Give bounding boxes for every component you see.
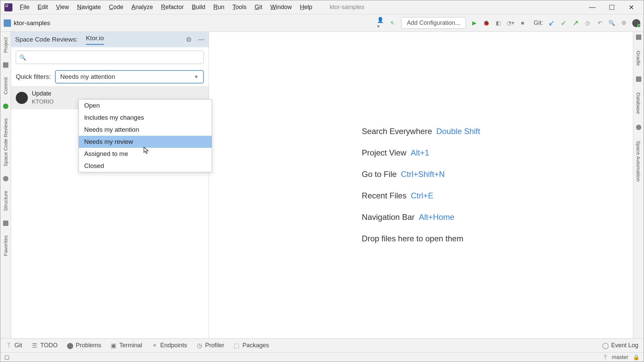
app-icon (4, 3, 12, 11)
minimize-panel-icon[interactable]: — (198, 36, 205, 44)
menu-refactor[interactable]: Refactor (157, 2, 188, 12)
run-configuration-select[interactable]: Add Configuration... (401, 17, 466, 29)
warning-icon: ⬤ (67, 343, 73, 349)
breadcrumb-project[interactable]: ktor-samples (14, 19, 50, 27)
speech-icon: ◯ (602, 343, 608, 349)
gauge-icon: ◷ (197, 343, 203, 349)
bottom-tool-bar: ᛘGit ☰TODO ⬤Problems ▣Terminal ⌖Endpoint… (0, 338, 644, 352)
git-push-icon[interactable]: ↗ (572, 19, 579, 27)
run-icon[interactable]: ▶ (471, 19, 478, 27)
history-icon[interactable]: ◷ (584, 19, 591, 27)
list-icon: ☰ (32, 343, 38, 349)
menu-build[interactable]: Build (188, 2, 209, 12)
user-avatar[interactable] (632, 19, 640, 27)
close-button[interactable]: ✕ (628, 4, 634, 10)
branch-icon: ᛘ (6, 343, 12, 349)
panel-header: Space Code Reviews: Ktor.io ⚙ — (11, 32, 209, 47)
welcome-shortcuts: Search Everywhere Double Shift Project V… (362, 127, 480, 243)
rail-gradle[interactable]: Gradle (636, 48, 641, 68)
profile-icon[interactable]: ◔▾ (507, 19, 514, 27)
folder-icon (3, 62, 8, 68)
lock-icon[interactable]: 🔒 (633, 354, 640, 360)
stop-icon[interactable]: ■ (519, 19, 526, 27)
search-field[interactable] (28, 54, 200, 61)
git-branch-name[interactable]: master (612, 354, 628, 360)
database-icon (636, 76, 641, 82)
gear-icon[interactable]: ⚙ (186, 36, 192, 44)
rail-database[interactable]: Database (636, 90, 641, 117)
coverage-icon[interactable]: ◧ (495, 19, 502, 27)
structure-icon (3, 221, 8, 226)
rail-commit[interactable]: Commit (3, 74, 8, 97)
menu-help[interactable]: Help (296, 2, 316, 12)
bb-todo[interactable]: ☰TODO (32, 342, 58, 349)
rail-space-automation[interactable]: Space Automation (636, 138, 641, 184)
quick-filters-label: Quick filters: (16, 73, 51, 80)
search-icon: 🔍 (19, 54, 26, 61)
bb-terminal[interactable]: ▣Terminal (111, 342, 142, 349)
filter-selected-value: Needs my attention (60, 73, 115, 80)
search-icon[interactable]: 🔍 (608, 19, 615, 27)
filter-option-needs-review[interactable]: Needs my review (79, 136, 212, 148)
bb-packages[interactable]: ⬚Packages (234, 342, 269, 349)
status-indicator-icon: ▢ (4, 354, 9, 360)
menu-view[interactable]: View (52, 2, 73, 12)
filter-option-includes-changes[interactable]: Includes my changes (79, 112, 212, 124)
debug-icon[interactable]: 🐞 (483, 19, 490, 27)
git-commit-icon[interactable]: ✓ (560, 19, 567, 27)
bb-problems[interactable]: ⬤Problems (67, 342, 101, 349)
right-tool-rail: Gradle Database Space Automation (633, 32, 644, 338)
review-item-subtitle: KTORIO (32, 99, 54, 105)
globe-icon: ⌖ (152, 343, 158, 349)
chevron-down-icon: ▼ (194, 74, 199, 79)
rail-space-code-reviews[interactable]: Space Code Reviews (3, 116, 8, 169)
editor-area[interactable]: Search Everywhere Double Shift Project V… (209, 32, 633, 338)
filter-option-closed[interactable]: Closed (79, 160, 212, 172)
filter-option-open[interactable]: Open (79, 100, 212, 112)
maximize-button[interactable]: ☐ (609, 4, 615, 10)
hammer-icon[interactable]: ↖ (389, 19, 396, 27)
menu-edit[interactable]: Edit (34, 2, 52, 12)
review-author-avatar (16, 92, 28, 104)
gradle-icon (636, 35, 641, 40)
settings-icon[interactable]: ⚙ (620, 19, 628, 27)
git-pull-icon[interactable]: ↙ (548, 19, 555, 27)
bb-endpoints[interactable]: ⌖Endpoints (152, 342, 187, 349)
revert-icon[interactable]: ↶ (596, 19, 603, 27)
panel-tab-ktor[interactable]: Ktor.io (86, 35, 104, 45)
panel-title: Space Code Reviews: (15, 36, 78, 43)
rail-favorites[interactable]: Favorites (3, 233, 8, 259)
menu-window[interactable]: Window (266, 2, 296, 12)
filter-row: Quick filters: Needs my attention ▼ (11, 67, 209, 86)
shortcut-go-to-file: Go to File Ctrl+Shift+N (362, 170, 480, 179)
menu-navigate[interactable]: Navigate (73, 2, 105, 12)
filter-option-assigned[interactable]: Assigned to me (79, 148, 212, 160)
toolbar: ktor-samples 👤▾ ↖ Add Configuration... ▶… (0, 14, 644, 32)
shortcut-nav-bar: Navigation Bar Alt+Home (362, 213, 480, 222)
menu-code[interactable]: Code (105, 2, 127, 12)
rail-project[interactable]: Project (3, 35, 8, 56)
space-icon (3, 176, 8, 181)
shortcut-search-everywhere: Search Everywhere Double Shift (362, 127, 480, 136)
git-branch-icon: ᛘ (604, 354, 607, 360)
left-tool-rail: Project Commit Space Code Reviews Struct… (0, 32, 11, 338)
menu-tools[interactable]: Tools (228, 2, 251, 12)
bb-profiler[interactable]: ◷Profiler (197, 342, 224, 349)
bb-event-log[interactable]: ◯Event Log (602, 342, 638, 349)
menu-git[interactable]: Git (251, 2, 266, 12)
project-icon (4, 19, 11, 27)
main-area: Project Commit Space Code Reviews Struct… (0, 32, 644, 338)
review-search-input[interactable]: 🔍 (16, 51, 204, 64)
menu-analyze[interactable]: Analyze (127, 2, 157, 12)
status-bar: ▢ ᛘ master 🔒 (0, 352, 644, 362)
filter-option-needs-attention[interactable]: Needs my attention (79, 124, 212, 136)
people-icon[interactable]: 👤▾ (377, 19, 384, 27)
quick-filters-select[interactable]: Needs my attention ▼ (55, 70, 204, 83)
menu-run[interactable]: Run (209, 2, 228, 12)
bb-git[interactable]: ᛘGit (6, 342, 22, 349)
menu-file[interactable]: File (16, 2, 34, 12)
terminal-icon: ▣ (111, 343, 117, 349)
minimize-button[interactable]: — (589, 4, 595, 10)
rail-structure[interactable]: Structure (3, 188, 8, 214)
shortcut-recent-files: Recent Files Ctrl+E (362, 191, 480, 200)
